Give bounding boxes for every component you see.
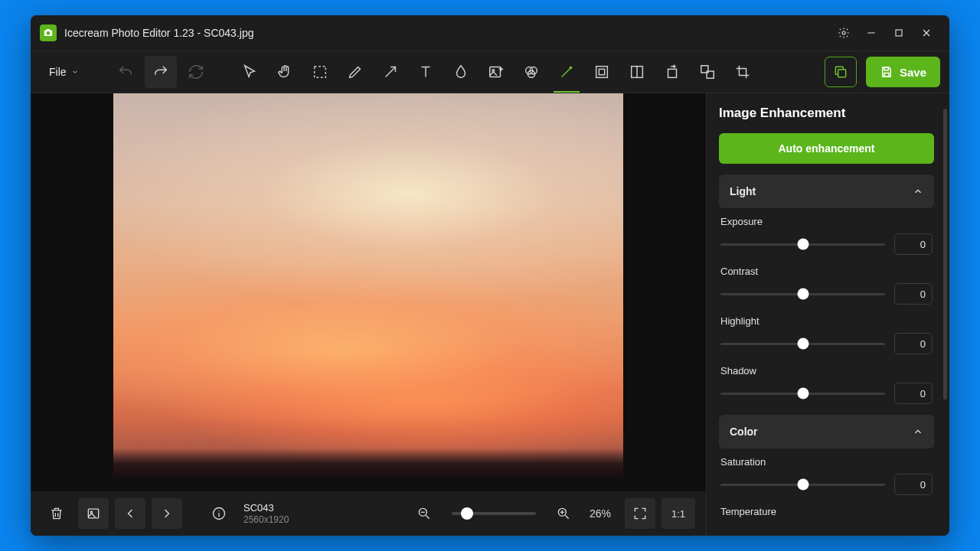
resize-tool[interactable] (691, 56, 724, 88)
svg-line-9 (385, 67, 395, 77)
copy-icon (833, 64, 848, 80)
blur-tool[interactable] (445, 56, 477, 88)
svg-point-34 (218, 510, 219, 511)
layout-tool[interactable] (621, 56, 653, 88)
slider-thumb[interactable] (797, 479, 808, 491)
zoom-slider-thumb[interactable] (461, 507, 473, 520)
minimize-button[interactable] (858, 19, 885, 47)
pointer-tool[interactable] (234, 56, 266, 88)
chevron-up-icon (913, 426, 923, 437)
pan-tool[interactable] (269, 56, 301, 88)
marquee-tool[interactable] (304, 56, 336, 88)
next-image-button[interactable] (152, 498, 182, 529)
highlight-slider[interactable] (720, 343, 885, 345)
actual-size-button[interactable]: 1:1 (662, 498, 695, 529)
frame-tool[interactable] (586, 56, 618, 88)
maximize-button[interactable] (885, 19, 913, 47)
save-button[interactable]: Save (866, 57, 940, 87)
slider-thumb[interactable] (797, 388, 808, 399)
slider-highlight: Highlight 0 (720, 315, 933, 354)
section-light-header[interactable]: Light (719, 174, 934, 208)
slider-thumb[interactable] (797, 289, 808, 300)
text-icon (417, 64, 434, 80)
image-icon (86, 506, 101, 521)
contrast-value[interactable]: 0 (894, 283, 933, 305)
svg-rect-20 (596, 67, 607, 78)
svg-rect-12 (489, 67, 500, 77)
svg-rect-21 (599, 69, 604, 74)
zoom-out-icon (416, 506, 432, 521)
section-color-header[interactable]: Color (719, 415, 934, 448)
canvas-viewport[interactable] (31, 93, 706, 491)
contrast-slider[interactable] (720, 293, 885, 295)
svg-line-39 (565, 516, 568, 519)
crop-tool[interactable] (727, 56, 759, 88)
saturation-slider[interactable] (720, 484, 885, 486)
delete-button[interactable] (41, 498, 72, 529)
title-bar: Icecream Photo Editor 1.23 - SC043.jpg (31, 15, 949, 51)
refresh-icon (188, 64, 204, 80)
hand-icon (276, 64, 293, 80)
file-metadata: SC043 2560x1920 (243, 502, 289, 525)
slider-thumb[interactable] (797, 338, 808, 350)
zoom-slider[interactable] (452, 512, 536, 515)
redo-button[interactable] (145, 56, 177, 88)
scrollbar-thumb[interactable] (943, 109, 947, 399)
copy-button[interactable] (825, 57, 857, 87)
exposure-slider[interactable] (720, 243, 885, 246)
file-menu[interactable]: File (40, 57, 88, 86)
exposure-value[interactable]: 0 (894, 233, 933, 255)
text-tool[interactable] (410, 56, 442, 88)
slider-contrast: Contrast 0 (720, 266, 933, 305)
svg-rect-8 (314, 67, 325, 78)
prev-image-button[interactable] (115, 498, 145, 529)
svg-rect-5 (896, 30, 902, 36)
zoom-in-button[interactable] (548, 498, 579, 529)
trash-icon (49, 506, 64, 521)
pencil-tool[interactable] (339, 56, 371, 88)
cursor-icon (241, 64, 258, 80)
crop-icon (734, 64, 751, 80)
enhance-tool[interactable] (550, 56, 583, 88)
save-button-label: Save (900, 66, 926, 79)
saturation-value[interactable]: 0 (894, 474, 933, 495)
slider-thumb[interactable] (797, 239, 808, 250)
main-toolbar: File Save (31, 51, 949, 93)
expand-icon (632, 506, 648, 521)
svg-rect-24 (668, 69, 676, 77)
chevron-up-icon (913, 186, 923, 197)
chevron-left-icon (122, 506, 138, 521)
canvas-area: SC043 2560x1920 26% 1:1 (31, 93, 706, 536)
shadow-slider[interactable] (720, 393, 885, 395)
shadow-value[interactable]: 0 (894, 383, 933, 404)
undo-button[interactable] (109, 56, 142, 88)
bottom-toolbar: SC043 2560x1920 26% 1:1 (31, 491, 706, 536)
frame-icon (593, 64, 610, 80)
droplet-icon (452, 64, 469, 80)
undo-icon (117, 64, 134, 80)
arrow-tool[interactable] (374, 56, 407, 88)
auto-enhance-button[interactable]: Auto enhancement (719, 133, 934, 164)
svg-rect-28 (884, 67, 888, 70)
zoom-out-button[interactable] (409, 498, 439, 529)
rotate-tool[interactable] (656, 56, 688, 88)
svg-rect-30 (88, 509, 98, 518)
fit-screen-button[interactable] (625, 498, 655, 529)
gallery-button[interactable] (78, 498, 109, 529)
chevron-right-icon (159, 506, 175, 521)
settings-button[interactable] (830, 19, 858, 47)
highlight-value[interactable]: 0 (894, 333, 933, 354)
save-icon (880, 65, 893, 79)
magic-wand-icon (558, 64, 575, 80)
slider-label: Shadow (720, 365, 933, 377)
insert-image-tool[interactable] (480, 56, 512, 88)
zoom-percentage: 26% (590, 507, 611, 520)
svg-line-36 (426, 516, 429, 519)
svg-point-3 (842, 31, 845, 34)
reset-button[interactable] (180, 56, 212, 88)
slider-temperature: Temperature (720, 506, 933, 517)
filters-tool[interactable] (515, 56, 547, 88)
close-button[interactable] (913, 19, 940, 47)
panel-scrollbar[interactable] (943, 93, 949, 536)
info-button[interactable] (204, 498, 234, 529)
